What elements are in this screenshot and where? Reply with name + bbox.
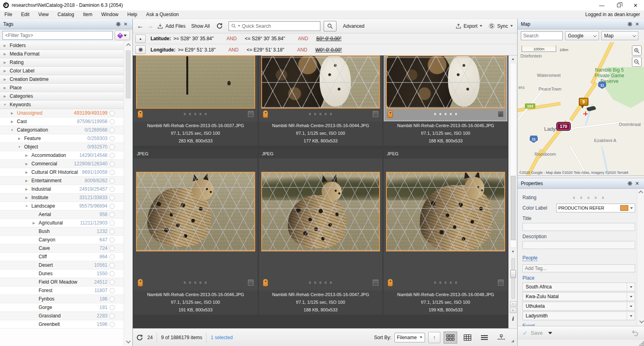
tag-picker-button[interactable] — [115, 31, 130, 40]
color-label-tag-icon[interactable] — [263, 279, 268, 286]
tag-filter-radio[interactable] — [109, 111, 115, 116]
tag-row-agricultural[interactable]: ▶Agricultural11211/12903 — [0, 219, 124, 227]
color-label-tag-icon[interactable] — [388, 279, 393, 286]
photo-thumbnail[interactable] — [136, 56, 255, 109]
rating-dots[interactable] — [143, 113, 248, 115]
tag-filter-radio[interactable] — [109, 288, 115, 293]
sort-direction-button[interactable]: ↑ — [428, 332, 440, 343]
scroll-down-icon[interactable] — [639, 319, 644, 323]
expand-icon[interactable]: ▶ — [3, 95, 7, 98]
tag-row-commercial[interactable]: ▶Commercial122908/126340 — [0, 160, 124, 168]
tag-row-media-format[interactable]: ▶Media Format — [0, 50, 124, 58]
tag-filter-radio[interactable] — [109, 195, 115, 200]
tag-row-greenbelt[interactable]: Greenbelt1596 — [0, 320, 124, 329]
resize-grip[interactable] — [639, 341, 644, 346]
tag-row-color-label[interactable]: ▶Color Label — [0, 67, 124, 75]
table-view-button[interactable] — [460, 332, 474, 344]
tag-filter-radio[interactable] — [109, 313, 115, 319]
thumbnail-tile[interactable]: JPEG — [259, 149, 383, 290]
description-input[interactable] — [522, 241, 635, 249]
thumbnail-tile[interactable] — [259, 56, 383, 122]
grid-scrollbar[interactable] — [510, 63, 516, 248]
tag-row-desert[interactable]: Desert10561 — [0, 261, 124, 270]
quick-search-box[interactable] — [229, 21, 320, 31]
color-label-tag-icon[interactable] — [388, 110, 393, 118]
back-button[interactable]: ← — [137, 23, 144, 29]
expand-icon[interactable]: ▶ — [17, 137, 21, 140]
photo-thumbnail[interactable] — [261, 172, 380, 251]
thumbnail-cell-nambiti-nr-rehab-centre-2013-05-16-0046-jpg[interactable]: JPEGNambiti NR-Rehab Centre-2013-05-16-0… — [134, 149, 258, 315]
menu-view[interactable]: View — [34, 10, 53, 19]
latitude-excluded-cond[interactable]: S0° 0' 0.00" — [316, 36, 342, 41]
selection-checkbox[interactable] — [498, 111, 504, 117]
minimize-button[interactable]: — — [593, 0, 610, 10]
map-provider-dropdown[interactable]: Google — [565, 31, 599, 40]
collapse-icon[interactable]: ▼ — [3, 103, 7, 107]
search-button[interactable] — [324, 21, 336, 31]
undo-icon[interactable] — [631, 329, 639, 337]
expand-icon[interactable]: ▶ — [3, 44, 7, 47]
tag-filter-radio[interactable] — [109, 212, 115, 217]
scrollbar-thumb[interactable] — [126, 50, 131, 99]
collapse-icon[interactable]: ▼ — [10, 128, 14, 132]
tag-row-gorge[interactable]: Gorge181 — [0, 303, 124, 312]
tags-scrollbar[interactable] — [124, 41, 132, 346]
longitude-cond-2[interactable]: <= E29° 51' 3.18" — [247, 47, 284, 53]
place-country-dropdown[interactable]: South Africa — [522, 282, 635, 291]
thumbnail-cell-nambiti-nr-rehab-centre-2013-05-16-0048-jpg[interactable]: JPEGNambiti NR-Rehab Centre-2013-05-16-0… — [384, 149, 508, 315]
tag-row-field-or-meadow[interactable]: Field OR Meadow24512 — [0, 278, 124, 286]
tag-row-feature[interactable]: ▶Feature0/259303 — [0, 134, 124, 143]
tag-filter-radio[interactable] — [109, 220, 115, 226]
place-state-dropdown[interactable]: Kwa-Zulu Natal — [522, 292, 635, 301]
map-zoom-in-button[interactable] — [632, 45, 642, 56]
expand-icon[interactable]: ▶ — [32, 221, 36, 225]
thumbnail-tile[interactable] — [134, 56, 258, 122]
thumbnail-tile[interactable] — [384, 56, 508, 122]
show-all-button[interactable]: Show All — [191, 23, 210, 29]
menu-item[interactable]: Item — [78, 10, 97, 19]
rating-dots[interactable] — [143, 282, 248, 284]
thumbnail-cell-nambiti-nr-rehab-centre-2013-05-16-0037-jpg[interactable]: Nambiti NR-Rehab Centre-2013-05-16-0037.… — [134, 56, 258, 146]
selected-count-link[interactable]: 1 selected — [211, 335, 233, 340]
scrollbar-thumb[interactable] — [511, 176, 516, 240]
close-button[interactable]: ✕ — [627, 0, 644, 10]
fit-button[interactable]: = — [510, 308, 516, 313]
photo-thumbnail[interactable] — [386, 56, 505, 109]
expand-icon[interactable]: ▶ — [25, 162, 29, 166]
photo-thumbnail[interactable] — [261, 56, 380, 109]
tag-row-institute[interactable]: ▶Institute33121/33833 — [0, 194, 124, 202]
latitude-cond-1[interactable]: >= S28° 30' 35.84" — [173, 36, 214, 41]
selection-checkbox[interactable] — [498, 280, 504, 286]
close-icon[interactable]: ✕ — [122, 21, 129, 27]
tag-filter-radio[interactable] — [109, 271, 115, 276]
tag-filter-radio[interactable] — [109, 153, 115, 158]
expand-icon[interactable]: ▶ — [3, 52, 7, 56]
selection-checkbox[interactable] — [373, 280, 378, 286]
chevron-down-icon[interactable] — [548, 332, 552, 334]
menu-edit[interactable]: Edit — [17, 10, 34, 19]
people-add-tag-input[interactable] — [522, 264, 635, 272]
structure-view-button[interactable] — [494, 332, 508, 344]
rating-dots[interactable] — [393, 282, 498, 284]
menu-file[interactable]: File — [0, 10, 17, 19]
expand-icon[interactable]: ▶ — [25, 171, 29, 174]
expand-icon[interactable]: ▶ — [10, 120, 14, 124]
place-city-dropdown[interactable]: Ladysmith — [522, 311, 635, 320]
tag-filter-radio[interactable] — [109, 254, 115, 260]
tag-filter-radio[interactable] — [109, 280, 115, 285]
menu-ask-question[interactable]: Ask a Question — [142, 10, 183, 19]
tag-filter-radio[interactable] — [109, 237, 115, 243]
map-cluster-marker-170[interactable]: 170 — [556, 122, 571, 131]
tag-row-canyon[interactable]: Canyon647 — [0, 236, 124, 244]
tag-filter-radio[interactable] — [109, 178, 115, 183]
menu-window[interactable]: Window — [97, 10, 123, 19]
tag-row-keywords[interactable]: ▼Keywords — [0, 101, 124, 109]
photo-thumbnail[interactable] — [136, 172, 255, 251]
tag-filter-radio[interactable] — [109, 263, 115, 268]
gear-icon[interactable] — [115, 21, 122, 28]
properties-scrollbar[interactable] — [637, 189, 644, 326]
tag-row-place[interactable]: ▶Place — [0, 84, 124, 92]
map-zoom-out-button[interactable] — [632, 57, 642, 67]
add-files-button[interactable]: Add Files — [157, 23, 186, 29]
quick-search-input[interactable] — [242, 23, 318, 29]
